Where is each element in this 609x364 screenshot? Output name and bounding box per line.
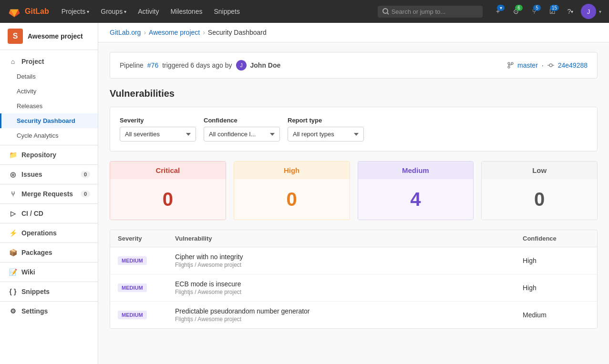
row-1-vuln: Cipher with no integrity Flightjs / Awes…: [175, 253, 523, 268]
house-icon: ⌂: [9, 58, 17, 65]
confidence-label: Confidence: [204, 117, 280, 124]
vulnerability-table: Severity Vulnerability Confidence MEDIUM…: [110, 230, 598, 329]
high-label: High: [234, 162, 350, 179]
confidence-select[interactable]: All confidence l...: [204, 127, 280, 142]
svg-point-7: [549, 64, 552, 67]
severity-card-critical: Critical 0: [110, 161, 226, 220]
breadcrumb-awesome-project[interactable]: Awesome project: [149, 29, 200, 36]
breadcrumb-gitlab-org[interactable]: GitLab.org: [110, 29, 141, 36]
sidebar-divider-9: [0, 301, 98, 302]
pipeline-banner: Pipeline #76 triggered 6 days ago by J J…: [110, 52, 598, 79]
sidebar-label-snippets: Snippets: [21, 288, 50, 295]
filters-card: Severity All severities Confidence All c…: [110, 107, 598, 152]
sidebar-section-issues[interactable]: ◎ Issues 0: [0, 167, 98, 182]
issue-icon: ◎: [9, 171, 17, 178]
commit-icon: [547, 62, 554, 69]
sidebar-divider-4: [0, 203, 98, 204]
badge: ▾: [497, 5, 505, 11]
sidebar-sub-project: Details Activity Releases Security Dashb…: [0, 69, 98, 143]
project-avatar: S: [8, 29, 23, 44]
sidebar-item-details[interactable]: Details: [0, 69, 98, 84]
sidebar-label-wiki: Wiki: [21, 268, 35, 276]
svg-text:J: J: [240, 62, 243, 68]
branch-link[interactable]: master: [517, 61, 538, 69]
row-2-project: Flightjs / Awesome project: [175, 289, 523, 295]
severity-select[interactable]: All severities: [120, 127, 196, 142]
sidebar-label-security-dashboard: Security Dashboard: [17, 117, 75, 124]
sidebar-item-activity[interactable]: Activity: [0, 84, 98, 99]
pipeline-info: Pipeline #76 triggered 6 days ago by J J…: [120, 60, 280, 71]
sidebar-divider-2: [0, 164, 98, 165]
snip-icon: { }: [9, 288, 17, 295]
sidebar-label-settings: Settings: [21, 307, 48, 315]
nav-links: Projects ▾ Groups ▾ Activity Milestones …: [57, 5, 245, 18]
sidebar-item-cycle-analytics[interactable]: Cycle Analytics: [0, 128, 98, 143]
sidebar-section-project[interactable]: ⌂ Project: [0, 54, 98, 69]
report-type-select[interactable]: All report types: [288, 127, 364, 142]
svg-point-4: [508, 62, 510, 64]
nav-clock-button[interactable]: ⊙ 6: [508, 4, 524, 19]
medium-label: Medium: [358, 162, 474, 179]
user-avatar-icon: J: [236, 60, 247, 71]
avatar[interactable]: J: [581, 4, 596, 19]
main-content: GitLab.org › Awesome project › Security …: [98, 23, 609, 364]
sidebar-section-repository[interactable]: 📁 Repository: [0, 147, 98, 162]
search-bar[interactable]: [378, 6, 483, 18]
sidebar-item-releases[interactable]: Releases: [0, 99, 98, 113]
row-1-name: Cipher with no integrity: [175, 253, 523, 261]
sidebar-section-packages[interactable]: 📦 Packages: [0, 245, 98, 260]
sidebar-section-merge-requests[interactable]: ⑂ Merge Requests 0: [0, 186, 98, 202]
table-row[interactable]: MEDIUM ECB mode is insecure Flightjs / A…: [110, 274, 597, 302]
row-3-confidence: Medium: [523, 311, 589, 319]
row-2-name: ECB mode is insecure: [175, 280, 523, 288]
gitlab-logo[interactable]: GitLab: [8, 5, 49, 18]
row-2-confidence: High: [523, 284, 589, 292]
sidebar-section-snippets[interactable]: { } Snippets: [0, 284, 98, 299]
svg-line-1: [387, 13, 389, 15]
commit-hash-link[interactable]: 24e49288: [558, 61, 588, 69]
nav-plus-button[interactable]: ＋ ▾: [490, 4, 506, 19]
nav-help-button[interactable]: ? ▾: [563, 4, 578, 19]
nav-milestones[interactable]: Milestones: [166, 5, 207, 18]
breadcrumb-sep-2: ›: [203, 29, 205, 36]
nav-activity[interactable]: Activity: [133, 5, 164, 18]
top-navbar: GitLab Projects ▾ Groups ▾ Activity Mile…: [0, 0, 609, 23]
sidebar-section-cicd[interactable]: ▷ CI / CD: [0, 206, 98, 221]
sidebar-label-operations: Operations: [21, 229, 57, 237]
severity-label: Severity: [120, 117, 196, 124]
badge-medium-1: MEDIUM: [118, 256, 147, 265]
nav-todo-button[interactable]: ☑ 15: [545, 4, 560, 19]
sidebar-label-releases: Releases: [17, 102, 42, 110]
row-3-vuln: Predictable pseudorandom number generato…: [175, 307, 523, 323]
sidebar-section-operations[interactable]: ⚡ Operations: [0, 225, 98, 241]
pipeline-middle: triggered 6 days ago by: [162, 61, 232, 69]
row-2-severity: MEDIUM: [118, 283, 175, 292]
pipeline-number-link[interactable]: #76: [147, 61, 158, 69]
nav-projects[interactable]: Projects ▾: [57, 5, 94, 18]
page-content: Pipeline #76 triggered 6 days ago by J J…: [98, 42, 609, 338]
sidebar-section-wiki[interactable]: 📝 Wiki: [0, 264, 98, 280]
row-1-severity: MEDIUM: [118, 256, 175, 265]
sidebar-label-issues: Issues: [21, 171, 42, 178]
search-input[interactable]: [392, 8, 478, 15]
book-icon: 📁: [9, 151, 17, 159]
sidebar-divider: [0, 145, 98, 145]
nav-merge-button[interactable]: ⑂ 5: [526, 4, 542, 19]
sidebar-divider-7: [0, 262, 98, 263]
table-row[interactable]: MEDIUM Predictable pseudorandom number g…: [110, 302, 597, 328]
nav-groups[interactable]: Groups ▾: [96, 5, 131, 18]
table-row[interactable]: MEDIUM Cipher with no integrity Flightjs…: [110, 247, 597, 274]
row-3-name: Predictable pseudorandom number generato…: [175, 307, 523, 315]
row-1-confidence: High: [523, 257, 589, 264]
sidebar-divider-5: [0, 223, 98, 223]
sidebar-item-security-dashboard[interactable]: Security Dashboard: [0, 113, 98, 128]
col-header-severity: Severity: [118, 235, 175, 242]
severity-card-low: Low 0: [481, 161, 598, 220]
sidebar-label-project: Project: [21, 58, 44, 65]
sidebar-label-activity: Activity: [17, 88, 36, 95]
row-1-project: Flightjs / Awesome project: [175, 262, 523, 268]
svg-point-5: [508, 66, 510, 68]
sidebar-divider-8: [0, 282, 98, 282]
sidebar-section-settings[interactable]: ⚙ Settings: [0, 303, 98, 319]
nav-snippets[interactable]: Snippets: [209, 5, 244, 18]
